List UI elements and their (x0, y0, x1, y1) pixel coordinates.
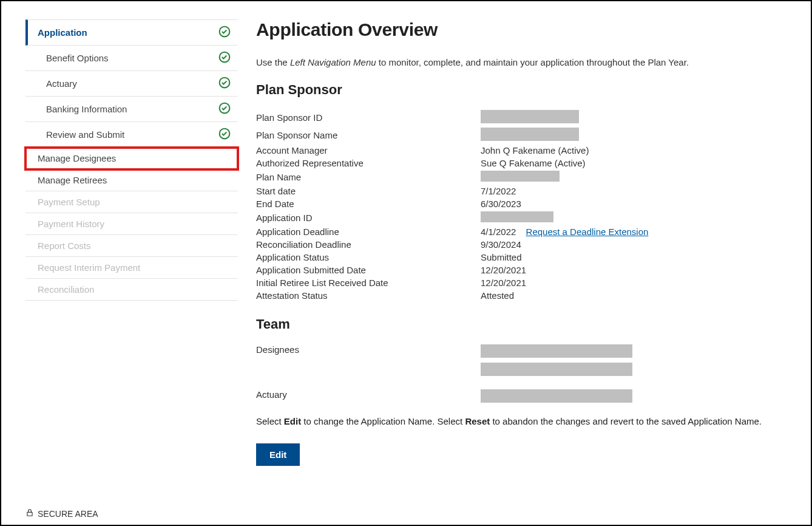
field-authorized-rep: Authorized Representative Sue Q Fakename… (256, 157, 774, 169)
team-actuary: Actuary (256, 388, 774, 404)
nav-item-report-costs: Report Costs (25, 235, 238, 257)
nav-item-banking-information[interactable]: Banking Information (25, 97, 238, 122)
request-deadline-extension-link[interactable]: Request a Deadline Extension (526, 227, 649, 237)
nav-item-payment-setup: Payment Setup (25, 191, 238, 213)
redacted-value (481, 110, 579, 123)
field-label: Actuary (256, 389, 481, 400)
nav-item-review-submit[interactable]: Review and Submit (25, 122, 238, 148)
team-designees: Designees (256, 343, 774, 377)
edit-instruction: Select Edit to change the Application Na… (256, 416, 774, 426)
field-reconciliation-deadline: Reconciliation Deadline 9/30/2024 (256, 238, 774, 251)
svg-rect-5 (27, 512, 32, 516)
field-value: 7/1/2022 (481, 186, 516, 196)
nav-label: Actuary (46, 78, 77, 89)
field-attestation-status: Attestation Status Attested (256, 289, 774, 302)
field-value: 4/1/2022 (481, 227, 516, 237)
plan-sponsor-heading: Plan Sponsor (256, 82, 774, 98)
field-label: Attestation Status (256, 290, 481, 301)
field-plan-sponsor-id: Plan Sponsor ID (256, 109, 774, 126)
field-label: Account Manager (256, 145, 481, 155)
field-label: Application Submitted Date (256, 265, 481, 275)
team-heading: Team (256, 316, 774, 332)
nav-label: Reconciliation (38, 284, 94, 295)
main-content: Application Overview Use the Left Naviga… (256, 19, 787, 466)
nav-label: Application (38, 27, 87, 38)
field-value: 9/30/2024 (481, 239, 521, 250)
check-icon (218, 102, 231, 116)
field-label: Plan Sponsor ID (256, 112, 481, 123)
field-application-id: Application ID (256, 210, 774, 225)
field-label: Designees (256, 344, 481, 355)
field-label: Authorized Representative (256, 158, 481, 168)
field-application-submitted: Application Submitted Date 12/20/2021 (256, 264, 774, 276)
field-label: Reconciliation Deadline (256, 239, 481, 250)
field-retiree-list-received: Initial Retiree List Received Date 12/20… (256, 276, 774, 289)
nav-item-benefit-options[interactable]: Benefit Options (25, 46, 238, 71)
lock-icon (25, 508, 34, 519)
field-label: Initial Retiree List Received Date (256, 278, 481, 288)
redacted-value (481, 344, 632, 358)
field-application-deadline: Application Deadline 4/1/2022 Request a … (256, 225, 774, 238)
field-value: Sue Q Fakename (Active) (481, 158, 586, 168)
nav-label: Report Costs (38, 241, 91, 251)
redacted-value (481, 171, 560, 182)
nav-item-manage-designees[interactable]: Manage Designees (25, 148, 238, 169)
nav-item-manage-retirees[interactable]: Manage Retirees (25, 169, 238, 191)
field-label: End Date (256, 199, 481, 209)
field-end-date: End Date 6/30/2023 (256, 197, 774, 210)
field-label: Application Deadline (256, 227, 481, 237)
field-plan-sponsor-name: Plan Sponsor Name (256, 126, 774, 144)
field-label: Application Status (256, 252, 481, 262)
field-start-date: Start date 7/1/2022 (256, 185, 774, 197)
field-label: Plan Sponsor Name (256, 130, 481, 140)
nav-label: Manage Designees (38, 153, 116, 163)
redacted-value (481, 211, 553, 222)
nav-item-request-interim-payment: Request Interim Payment (25, 257, 238, 279)
field-label: Application ID (256, 213, 481, 223)
left-nav: Application Benefit Options Actuary Bank… (25, 19, 238, 466)
redacted-value (481, 128, 579, 141)
field-value: 12/20/2021 (481, 278, 526, 288)
edit-button[interactable]: Edit (256, 443, 300, 466)
field-plan-name: Plan Name (256, 169, 774, 185)
nav-label: Payment Setup (38, 197, 100, 207)
field-value: Submitted (481, 252, 522, 262)
check-icon (218, 77, 231, 91)
field-value: John Q Fakename (Active) (481, 145, 589, 155)
secure-label: SECURE AREA (38, 509, 98, 519)
field-label: Start date (256, 186, 481, 196)
nav-item-reconciliation: Reconciliation (25, 279, 238, 301)
check-icon (218, 51, 231, 65)
nav-label: Request Interim Payment (38, 262, 140, 273)
redacted-value (481, 363, 632, 376)
secure-area-indicator: SECURE AREA (25, 508, 98, 519)
field-value: 12/20/2021 (481, 265, 526, 275)
nav-label: Manage Retirees (38, 175, 107, 185)
nav-item-payment-history: Payment History (25, 213, 238, 235)
page-title: Application Overview (256, 19, 774, 40)
nav-label: Banking Information (46, 104, 127, 114)
field-value: Attested (481, 290, 514, 301)
field-application-status: Application Status Submitted (256, 251, 774, 264)
field-value: 6/30/2023 (481, 199, 521, 209)
nav-item-actuary[interactable]: Actuary (25, 71, 238, 97)
field-label: Plan Name (256, 172, 481, 182)
check-icon (218, 26, 231, 39)
intro-text: Use the Left Navigation Menu to monitor,… (256, 57, 774, 67)
nav-label: Review and Submit (46, 129, 124, 140)
nav-label: Payment History (38, 219, 104, 229)
field-account-manager: Account Manager John Q Fakename (Active) (256, 144, 774, 157)
nav-item-application[interactable]: Application (25, 19, 238, 46)
nav-label: Benefit Options (46, 53, 109, 63)
redacted-value (481, 389, 632, 403)
check-icon (218, 128, 231, 142)
